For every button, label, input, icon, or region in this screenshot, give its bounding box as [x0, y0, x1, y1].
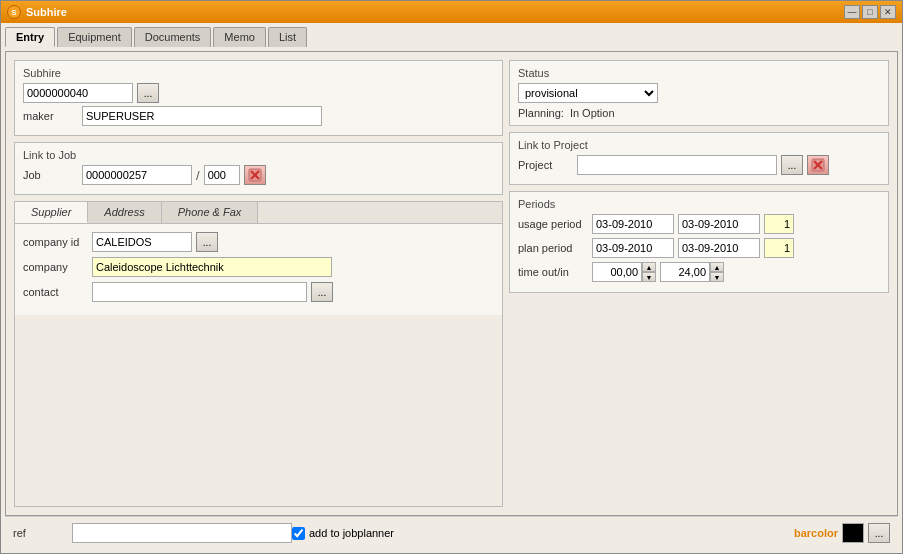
add-to-jobplanner-row: add to jobplanner — [292, 527, 394, 540]
job-cancel-button[interactable] — [244, 165, 266, 185]
subhire-input[interactable] — [23, 83, 133, 103]
time-outin-label: time out/in — [518, 266, 588, 278]
title-bar-left: S Subhire — [7, 5, 67, 19]
periods-section-label: Periods — [518, 198, 880, 210]
link-to-job-label: Link to Job — [23, 149, 494, 161]
status-select[interactable]: provisional confirmed cancelled — [518, 83, 658, 103]
company-id-browse-button[interactable]: ... — [196, 232, 218, 252]
time-in-spinner: ▲ ▼ — [660, 262, 724, 282]
supplier-subtabs-container: Supplier Address Phone & Fax company id … — [14, 201, 503, 507]
in-option-value: In Option — [570, 107, 615, 119]
maker-field-row: maker — [23, 106, 494, 126]
tab-bar: Entry Equipment Documents Memo List — [5, 27, 898, 47]
contact-row: contact ... — [23, 282, 494, 302]
job-separator: / — [196, 168, 200, 183]
barcolor-label: barcolor — [794, 527, 838, 539]
subhire-section-label: Subhire — [23, 67, 494, 79]
time-out-spinner: ▲ ▼ — [592, 262, 656, 282]
plan-period-row: plan period — [518, 238, 880, 258]
minimize-button[interactable]: — — [844, 5, 860, 19]
company-row: company — [23, 257, 494, 277]
company-label: company — [23, 261, 88, 273]
contact-browse-button[interactable]: ... — [311, 282, 333, 302]
plan-period-label: plan period — [518, 242, 588, 254]
plan-end-input[interactable] — [678, 238, 760, 258]
time-outin-row: time out/in ▲ ▼ ▲ ▼ — [518, 262, 880, 282]
link-to-project-label: Link to Project — [518, 139, 880, 151]
job-input[interactable] — [82, 165, 192, 185]
cancel-icon — [248, 168, 262, 182]
ref-section: ref — [13, 523, 292, 543]
barcolor-swatch — [842, 523, 864, 543]
maker-input[interactable] — [82, 106, 322, 126]
status-section: Status provisional confirmed cancelled P… — [509, 60, 889, 126]
company-input[interactable] — [92, 257, 332, 277]
subhire-field-row: ... — [23, 83, 494, 103]
subtab-address[interactable]: Address — [88, 202, 161, 223]
plan-count-input[interactable] — [764, 238, 794, 258]
time-out-input[interactable] — [592, 262, 642, 282]
maximize-button[interactable]: □ — [862, 5, 878, 19]
bottom-bar: ref add to jobplanner barcolor ... — [5, 516, 898, 549]
time-in-spinner-btns: ▲ ▼ — [710, 262, 724, 282]
window-controls: — □ ✕ — [844, 5, 896, 19]
plan-start-input[interactable] — [592, 238, 674, 258]
project-browse-button[interactable]: ... — [781, 155, 803, 175]
subtab-phone-fax[interactable]: Phone & Fax — [162, 202, 259, 223]
job-suffix-input[interactable] — [204, 165, 240, 185]
content-area: Entry Equipment Documents Memo List Subh… — [1, 23, 902, 553]
usage-period-label: usage period — [518, 218, 588, 230]
tab-equipment[interactable]: Equipment — [57, 27, 132, 47]
job-label: Job — [23, 169, 78, 181]
add-to-jobplanner-checkbox[interactable] — [292, 527, 305, 540]
company-id-label: company id — [23, 236, 88, 248]
subhire-browse-button[interactable]: ... — [137, 83, 159, 103]
link-to-job-section: Link to Job Job / — [14, 142, 503, 195]
status-section-label: Status — [518, 67, 880, 79]
close-button[interactable]: ✕ — [880, 5, 896, 19]
usage-count-input[interactable] — [764, 214, 794, 234]
time-out-down-button[interactable]: ▼ — [642, 272, 656, 282]
contact-input[interactable] — [92, 282, 307, 302]
supplier-subtab-bar: Supplier Address Phone & Fax — [15, 202, 502, 224]
title-bar: S Subhire — □ ✕ — [1, 1, 902, 23]
time-out-up-button[interactable]: ▲ — [642, 262, 656, 272]
usage-start-input[interactable] — [592, 214, 674, 234]
add-to-jobplanner-label: add to jobplanner — [309, 527, 394, 539]
app-icon: S — [7, 5, 21, 19]
left-panel: Subhire ... maker Link to Job Job — [14, 60, 503, 507]
contact-label: contact — [23, 286, 88, 298]
tab-list[interactable]: List — [268, 27, 307, 47]
time-in-input[interactable] — [660, 262, 710, 282]
company-id-row: company id ... — [23, 232, 494, 252]
main-window: S Subhire — □ ✕ Entry Equipment Document… — [0, 0, 903, 554]
usage-period-row: usage period — [518, 214, 880, 234]
window-title: Subhire — [26, 6, 67, 18]
tab-documents[interactable]: Documents — [134, 27, 212, 47]
job-field-row: Job / — [23, 165, 494, 185]
main-panel: Subhire ... maker Link to Job Job — [5, 51, 898, 516]
time-in-up-button[interactable]: ▲ — [710, 262, 724, 272]
tab-memo[interactable]: Memo — [213, 27, 266, 47]
right-panel: Status provisional confirmed cancelled P… — [509, 60, 889, 507]
time-in-down-button[interactable]: ▼ — [710, 272, 724, 282]
planning-label: Planning: — [518, 107, 564, 119]
ref-label: ref — [13, 527, 68, 539]
company-id-input[interactable] — [92, 232, 192, 252]
barcolor-browse-button[interactable]: ... — [868, 523, 890, 543]
ref-input[interactable] — [72, 523, 292, 543]
supplier-subtab-content: company id ... company contact ... — [15, 224, 502, 315]
tab-entry[interactable]: Entry — [5, 27, 55, 47]
planning-row: Planning: In Option — [518, 107, 880, 119]
maker-label: maker — [23, 110, 78, 122]
subhire-section: Subhire ... maker — [14, 60, 503, 136]
project-input[interactable] — [577, 155, 777, 175]
usage-end-input[interactable] — [678, 214, 760, 234]
link-to-project-section: Link to Project Project ... — [509, 132, 889, 185]
project-label: Project — [518, 159, 573, 171]
project-field-row: Project ... — [518, 155, 880, 175]
barcolor-row: barcolor ... — [794, 523, 890, 543]
project-cancel-icon — [811, 158, 825, 172]
project-cancel-button[interactable] — [807, 155, 829, 175]
subtab-supplier[interactable]: Supplier — [15, 202, 88, 223]
